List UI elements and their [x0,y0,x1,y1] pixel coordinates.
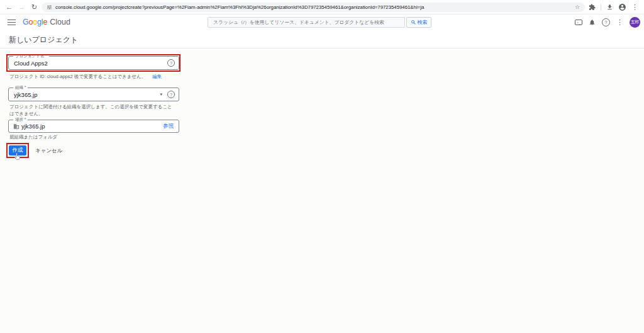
cancel-button[interactable]: キャンセル [35,147,63,155]
toolbar-divider [601,4,601,11]
hand-cursor-icon [13,152,21,164]
google-cloud-logo[interactable]: Google Cloud [23,18,70,26]
page-titlebar: 新しいプロジェクト [0,30,644,48]
logo-letter: g [37,18,42,26]
new-project-form: プロジェクト名 * ? プロジェクト ID: cloud-apps2 後で変更す… [0,48,644,333]
organization-helper-text: プロジェクトに関連付ける組織を選択します。この選択を後で変更することはできません… [9,104,177,118]
project-name-input[interactable] [9,57,158,69]
search-button[interactable]: 検索 [406,17,431,28]
project-id-text: プロジェクト ID: cloud-apps2 後で変更することはできません。 [9,74,146,79]
page-title: 新しいプロジェクト [9,35,78,45]
url-text: console.cloud.google.com/projectcreate?p… [55,4,572,10]
gcloud-header: Google Cloud 検索 >_ ? ⋮ 五郎 [0,14,644,31]
location-field[interactable]: 場所 * yjk365.jp 参照 [8,120,179,133]
logo-letter: o [33,18,37,26]
site-settings-icon[interactable] [47,4,52,10]
hamburger-menu-icon[interactable] [8,20,16,25]
search-input[interactable] [208,17,405,28]
notifications-bell-icon[interactable] [589,19,596,26]
logo-letter: G [23,18,29,26]
chevron-down-icon: ▾ [160,92,162,97]
edit-project-id-link[interactable]: 編集 [152,74,162,79]
browse-link[interactable]: 参照 [163,123,174,130]
organization-building-icon [13,123,19,130]
browser-menu-icon[interactable]: ⋮ [631,3,638,11]
back-icon[interactable]: ← [4,0,14,14]
project-id-note: プロジェクト ID: cloud-apps2 後で変更することはできません。編集 [9,74,162,80]
project-name-field[interactable]: プロジェクト名 * ? [8,56,179,70]
reload-icon[interactable]: ↻ [29,0,40,14]
cloud-shell-icon[interactable]: >_ [575,20,582,25]
screen: ← → ↻ console.cloud.google.com/projectcr… [0,0,644,333]
search-button-label: 検索 [418,19,428,26]
logo-letter: o [29,18,33,26]
forward-icon: → [16,0,27,14]
account-avatar[interactable]: 五郎 [630,17,640,28]
location-helper-text: 親組織またはフォルダ [9,134,57,141]
header-overflow-icon[interactable]: ⋮ [616,18,623,26]
search-icon [411,20,416,25]
extensions-icon[interactable] [589,4,596,11]
search-bar: 検索 [208,17,431,28]
logo-letter: e [43,18,47,26]
organization-select-field[interactable]: 組織 * yjk365.jp ▾ ? [8,87,179,101]
download-icon[interactable] [606,4,613,11]
header-actions: >_ ? ⋮ 五郎 [575,14,640,30]
organization-help-icon[interactable]: ? [167,91,175,98]
organization-value: yjk365.jp [14,88,38,101]
browser-profile-icon[interactable] [618,3,626,11]
help-icon[interactable]: ? [602,18,610,26]
address-bar[interactable]: console.cloud.google.com/projectcreate?p… [42,3,585,12]
browser-actions: ⋮ [587,3,640,11]
bookmark-star-icon[interactable]: ☆ [575,3,580,12]
project-name-help-icon[interactable]: ? [167,59,175,67]
browser-toolbar: ← → ↻ console.cloud.google.com/projectcr… [0,0,644,14]
location-value: yjk365.jp [21,120,45,132]
logo-cloud-text: Cloud [50,18,70,26]
